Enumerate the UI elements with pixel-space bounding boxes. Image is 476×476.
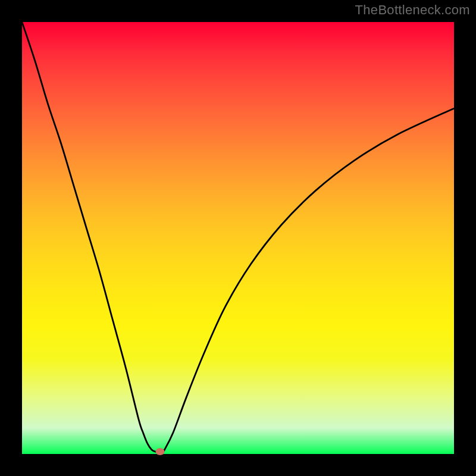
- watermark-text: TheBottleneck.com: [355, 2, 470, 18]
- bottleneck-curve: [22, 22, 454, 454]
- chart-plot-area: [22, 22, 454, 454]
- chart-frame: TheBottleneck.com: [0, 0, 476, 476]
- optimum-marker: [156, 448, 165, 455]
